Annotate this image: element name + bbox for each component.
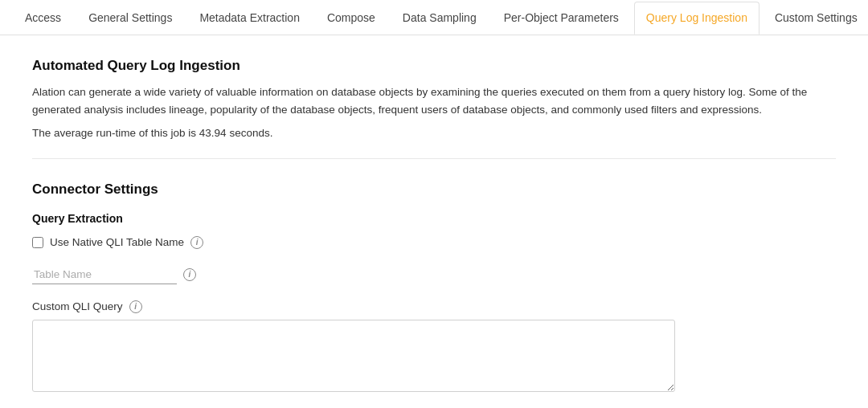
connector-settings-section: Connector Settings Query Extraction Use … bbox=[32, 182, 836, 408]
tab-custom-settings[interactable]: Custom Settings bbox=[763, 2, 868, 35]
query-extraction-subtitle: Query Extraction bbox=[32, 212, 836, 225]
intro-title: Automated Query Log Ingestion bbox=[32, 58, 836, 74]
tab-access[interactable]: Access bbox=[13, 2, 73, 35]
intro-section: Automated Query Log Ingestion Alation ca… bbox=[32, 58, 836, 159]
table-name-row: i bbox=[32, 265, 836, 284]
intro-description: Alation can generate a wide variety of v… bbox=[32, 84, 836, 118]
tab-per-object-parameters[interactable]: Per-Object Parameters bbox=[492, 2, 631, 35]
use-native-qli-label: Use Native QLI Table Name bbox=[50, 236, 184, 248]
intro-runtime: The average run-time of this job is 43.9… bbox=[32, 124, 836, 142]
custom-qli-label-row: Custom QLI Query i bbox=[32, 300, 836, 313]
use-native-qli-info-icon[interactable]: i bbox=[190, 236, 203, 249]
tab-metadata-extraction[interactable]: Metadata Extraction bbox=[187, 2, 312, 35]
use-native-qli-checkbox[interactable] bbox=[32, 237, 43, 248]
table-name-info-icon[interactable]: i bbox=[183, 268, 196, 281]
custom-qli-label: Custom QLI Query bbox=[32, 300, 123, 312]
custom-qli-info-icon[interactable]: i bbox=[129, 300, 142, 313]
tab-data-sampling[interactable]: Data Sampling bbox=[391, 2, 489, 35]
custom-qli-textarea[interactable] bbox=[32, 320, 675, 392]
tab-compose[interactable]: Compose bbox=[315, 2, 387, 35]
main-content: Automated Query Log Ingestion Alation ca… bbox=[0, 35, 868, 408]
tab-bar: AccessGeneral SettingsMetadata Extractio… bbox=[0, 0, 868, 35]
table-name-input[interactable] bbox=[32, 265, 177, 284]
use-native-qli-row: Use Native QLI Table Name i bbox=[32, 236, 836, 249]
tab-query-log-ingestion[interactable]: Query Log Ingestion bbox=[634, 2, 760, 35]
connector-settings-title: Connector Settings bbox=[32, 182, 836, 198]
tab-general-settings[interactable]: General Settings bbox=[76, 2, 184, 35]
